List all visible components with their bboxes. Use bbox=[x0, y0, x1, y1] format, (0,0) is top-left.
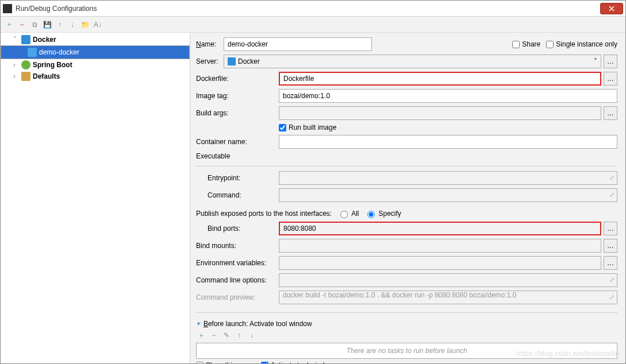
preview-label: Command preview: bbox=[196, 293, 279, 301]
image-tag-field[interactable] bbox=[279, 89, 617, 103]
container-name-label: Container name: bbox=[196, 138, 279, 146]
divider bbox=[196, 312, 617, 313]
activate-tool-window-checkbox[interactable]: Activate tool window bbox=[261, 361, 333, 363]
container-name-field[interactable] bbox=[279, 135, 617, 149]
env-label: Environment variables: bbox=[196, 259, 279, 267]
move-down-icon[interactable]: ↓ bbox=[67, 20, 78, 30]
name-label: Name: bbox=[196, 40, 224, 48]
triangle-down-icon: ▼ bbox=[196, 321, 201, 327]
move-up-icon[interactable]: ↑ bbox=[55, 20, 65, 30]
config-form: Name: Share Single instance only Server:… bbox=[190, 33, 625, 363]
dockerfile-label: Dockerfile: bbox=[196, 75, 279, 83]
expand-icon[interactable]: ⤢ bbox=[609, 293, 615, 301]
tree-demo-docker[interactable]: demo-docker bbox=[1, 45, 190, 59]
build-args-label: Build args: bbox=[196, 109, 279, 117]
env-field[interactable] bbox=[279, 256, 601, 270]
bind-ports-label: Bind ports: bbox=[208, 224, 279, 233]
divider bbox=[196, 166, 617, 166]
config-toolbar: ＋ − ⧉ 💾 ↑ ↓ 📁 A↓ bbox=[1, 17, 625, 33]
dockerfile-browse-button[interactable]: … bbox=[604, 72, 617, 86]
expand-icon[interactable]: ⤢ bbox=[609, 174, 615, 181]
app-icon bbox=[3, 4, 12, 13]
entrypoint-field[interactable]: ⤢ bbox=[279, 171, 617, 185]
bind-mounts-label: Bind mounts: bbox=[196, 242, 279, 250]
publish-label: Publish exposed ports to the host interf… bbox=[196, 210, 332, 218]
expand-icon[interactable]: ⤢ bbox=[609, 191, 615, 199]
build-args-browse-button[interactable]: … bbox=[604, 106, 617, 120]
single-instance-checkbox[interactable]: Single instance only bbox=[546, 40, 617, 48]
name-field[interactable] bbox=[224, 37, 372, 51]
before-launch-list: There are no tasks to run before launch bbox=[196, 343, 617, 359]
dialog-title: Run/Debug Configurations bbox=[16, 5, 600, 13]
add-task-icon[interactable]: ＋ bbox=[196, 330, 206, 340]
close-button[interactable] bbox=[600, 3, 623, 14]
bind-mounts-browse-button[interactable]: … bbox=[604, 239, 617, 253]
build-args-field[interactable] bbox=[279, 106, 601, 120]
docker-icon bbox=[21, 35, 30, 44]
copy-config-icon[interactable]: ⧉ bbox=[29, 20, 40, 30]
server-browse-button[interactable]: … bbox=[604, 55, 617, 68]
tree-demo-label: demo-docker bbox=[39, 48, 79, 56]
remove-task-icon[interactable]: − bbox=[209, 330, 219, 340]
before-launch-header[interactable]: ▼ Before launch: Activate tool window bbox=[196, 320, 617, 328]
share-checkbox[interactable]: Share bbox=[512, 40, 540, 48]
tree-defaults[interactable]: › Defaults bbox=[1, 71, 190, 82]
chevron-right-icon: › bbox=[13, 61, 21, 69]
show-this-page-checkbox[interactable]: Show this page bbox=[196, 361, 253, 363]
docker-run-icon bbox=[28, 48, 37, 57]
spring-icon bbox=[21, 60, 30, 69]
folder-icon[interactable]: 📁 bbox=[80, 20, 90, 30]
sort-icon[interactable]: A↓ bbox=[93, 20, 103, 30]
tree-spring-boot[interactable]: › Spring Boot bbox=[1, 59, 190, 71]
chevron-right-icon: › bbox=[13, 72, 21, 80]
preview-field: docker build -t bozai/demo:1.0 . && dock… bbox=[279, 291, 617, 304]
docker-icon bbox=[228, 57, 236, 65]
task-down-icon[interactable]: ↓ bbox=[247, 330, 257, 340]
defaults-icon bbox=[21, 72, 30, 81]
dockerfile-field[interactable] bbox=[279, 72, 601, 86]
tree-defaults-label: Defaults bbox=[33, 72, 60, 80]
title-bar: Run/Debug Configurations bbox=[1, 1, 625, 17]
cmd-opts-field[interactable]: ⤢ bbox=[279, 273, 617, 287]
server-select[interactable]: Docker ˅ bbox=[224, 55, 601, 68]
entrypoint-label: Entrypoint: bbox=[208, 174, 279, 182]
task-up-icon[interactable]: ↑ bbox=[234, 330, 244, 340]
command-field[interactable]: ⤢ bbox=[279, 188, 617, 202]
edit-task-icon[interactable]: ✎ bbox=[221, 330, 232, 340]
bind-ports-browse-button[interactable]: … bbox=[604, 222, 617, 235]
executable-section-label: Executable bbox=[196, 152, 617, 160]
bind-ports-field[interactable] bbox=[279, 222, 601, 235]
command-label: Command: bbox=[208, 191, 279, 199]
env-browse-button[interactable]: … bbox=[604, 256, 617, 270]
tree-spring-label: Spring Boot bbox=[33, 61, 72, 69]
tree-docker[interactable]: ˅ Docker bbox=[1, 34, 190, 45]
server-label: Server: bbox=[196, 57, 224, 65]
chevron-down-icon: ˅ bbox=[13, 36, 21, 44]
publish-specify-radio[interactable]: Specify bbox=[364, 209, 401, 218]
bind-mounts-field[interactable] bbox=[279, 239, 601, 253]
expand-icon[interactable]: ⤢ bbox=[609, 276, 615, 284]
save-config-icon[interactable]: 💾 bbox=[42, 20, 52, 30]
config-tree: ˅ Docker demo-docker › Spring Boot › Def… bbox=[1, 33, 190, 363]
run-built-checkbox[interactable]: Run built image bbox=[279, 123, 336, 131]
cmd-opts-label: Command line options: bbox=[196, 276, 279, 284]
close-icon bbox=[609, 6, 615, 11]
add-config-icon[interactable]: ＋ bbox=[4, 20, 14, 30]
publish-all-radio[interactable]: All bbox=[337, 209, 359, 218]
image-tag-label: Image tag: bbox=[196, 92, 279, 100]
remove-config-icon[interactable]: − bbox=[17, 20, 27, 30]
tree-docker-label: Docker bbox=[33, 36, 56, 44]
